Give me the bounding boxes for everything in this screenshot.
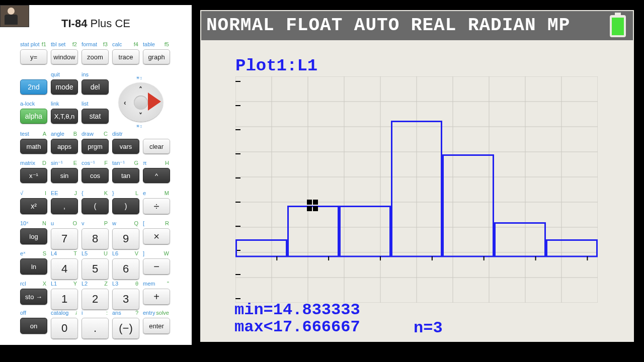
trace-max: max<17.666667 (234, 319, 360, 336)
trace-cursor-icon (306, 199, 319, 212)
key-xtn[interactable]: X,T,θ,n (51, 109, 78, 124)
trace-n: n=3 ↖ (414, 319, 443, 337)
histogram-bar (235, 239, 287, 256)
key-secondary-label: a-lock (20, 101, 35, 107)
key-enter[interactable]: enter (143, 318, 170, 334)
key-secondary-label: T (51, 250, 77, 256)
key-r5-4[interactable]: ^ (143, 168, 170, 183)
key-secondary-label: 𝑖 (51, 310, 77, 316)
arrow-down-icon[interactable]: ˅ (139, 112, 142, 120)
key-secondary-label: P (82, 220, 108, 226)
key-secondary-label: M (143, 190, 169, 196)
key-b2[interactable]: . (82, 318, 109, 339)
key-2nd[interactable]: 2nd (20, 79, 47, 95)
direction-pad[interactable]: ☀↕ ˄ ˅ ‹ ☀↕ (119, 75, 163, 129)
key-r5-1[interactable]: sin (51, 168, 78, 183)
trace-min: min=14.833333 (234, 302, 360, 319)
key-xsq[interactable]: x² (20, 198, 47, 214)
key-prgm[interactable]: prgm (82, 139, 109, 154)
key-secondary-label: I (20, 190, 46, 196)
key-secondary-label: W (143, 250, 169, 256)
histogram-bar (546, 239, 598, 256)
key-secondary-label: H (143, 160, 169, 166)
key-r6-2[interactable]: ( (82, 198, 109, 214)
key-secondary-label: Q (112, 220, 138, 226)
key-y=[interactable]: y= (20, 49, 47, 64)
key-secondary-label: B (51, 131, 77, 137)
key-plus[interactable]: + (143, 289, 170, 305)
key-r6-3[interactable]: ) (112, 198, 139, 214)
key-math[interactable]: math (20, 139, 47, 154)
key-secondary-label: ? (112, 310, 138, 316)
key-on[interactable]: on (20, 318, 47, 334)
key-9[interactable]: 9 (112, 228, 139, 249)
key-secondary-label: f1 (20, 41, 46, 47)
key-r5-0[interactable]: x⁻¹ (20, 168, 47, 183)
key-5[interactable]: 5 (82, 258, 109, 280)
key-minus[interactable]: − (143, 258, 170, 275)
key-secondary-label: K (82, 190, 108, 196)
key-clear[interactable]: clear (143, 139, 170, 154)
key-sto[interactable]: sto → (20, 289, 47, 305)
key-apps[interactable]: apps (51, 139, 78, 154)
key-secondary-label: J (51, 190, 77, 196)
brightness-down-icon: ☀↕ (136, 124, 142, 129)
key-secondary-label: D (20, 160, 46, 166)
key-secondary-label: Z (82, 281, 108, 287)
key-vars[interactable]: vars (112, 139, 139, 154)
key-div[interactable]: ÷ (143, 198, 170, 214)
key-secondary-label: Y (51, 281, 77, 287)
key-secondary-label: L (112, 190, 138, 196)
key-secondary-label: A (20, 131, 46, 137)
key-secondary-label: off (20, 310, 26, 316)
key-secondary-label: link (51, 101, 59, 107)
key-secondary-label: " (143, 281, 169, 287)
key-secondary-label: list (82, 101, 88, 107)
key-8[interactable]: 8 (82, 228, 109, 249)
arrow-up-icon[interactable]: ˄ (139, 85, 142, 94)
arrow-right-icon[interactable] (148, 93, 161, 111)
key-r6-1[interactable]: , (51, 198, 78, 214)
key-b3[interactable]: (−) (112, 318, 139, 339)
battery-icon (610, 15, 626, 37)
key-r5-2[interactable]: cos (82, 168, 109, 183)
key-b1[interactable]: 0 (51, 318, 78, 339)
arrow-left-icon[interactable]: ‹ (124, 99, 126, 107)
key-4[interactable]: 4 (51, 258, 78, 280)
key-mode[interactable]: mode (51, 79, 78, 95)
histogram-plot (235, 76, 598, 303)
brightness-up-icon: ☀↕ (136, 75, 142, 80)
key-log[interactable]: log (20, 228, 47, 244)
plot-title: Plot1:L1 (235, 56, 317, 75)
key-secondary-label: quit (51, 71, 60, 77)
key-6[interactable]: 6 (112, 258, 139, 280)
key-7[interactable]: 7 (51, 228, 78, 249)
key-secondary-label: N (20, 220, 46, 226)
key-trace[interactable]: trace (112, 49, 139, 64)
key-del[interactable]: del (82, 79, 109, 95)
key-secondary-label: V (112, 250, 138, 256)
key-1[interactable]: 1 (51, 289, 78, 310)
device-title: TI-84 Plus CE (0, 17, 192, 30)
histogram-bar (339, 206, 391, 256)
histogram-bar (391, 121, 443, 256)
key-alpha[interactable]: alpha (20, 109, 47, 124)
key-secondary-label: X (20, 281, 46, 287)
key-secondary-label: distr (112, 131, 123, 137)
key-3[interactable]: 3 (112, 289, 139, 310)
key-r5-3[interactable]: tan (112, 168, 139, 183)
key-secondary-label: O (51, 220, 77, 226)
key-secondary-label: R (143, 220, 169, 226)
key-ln[interactable]: ln (20, 258, 47, 275)
key-zoom[interactable]: zoom (82, 49, 109, 64)
key-mul[interactable]: × (143, 228, 170, 244)
key-window[interactable]: window (51, 49, 78, 64)
trace-info: min=14.833333 max<17.666667 (234, 302, 360, 336)
key-secondary-label: solve (143, 310, 169, 316)
key-secondary-label: f2 (51, 41, 77, 47)
key-stat[interactable]: stat (82, 109, 109, 124)
key-secondary-label: E (51, 160, 77, 166)
calculator-screen: NORMAL FLOAT AUTO REAL RADIAN MP Plot1:L… (200, 10, 634, 342)
key-graph[interactable]: graph (143, 49, 170, 64)
key-2[interactable]: 2 (82, 289, 109, 310)
